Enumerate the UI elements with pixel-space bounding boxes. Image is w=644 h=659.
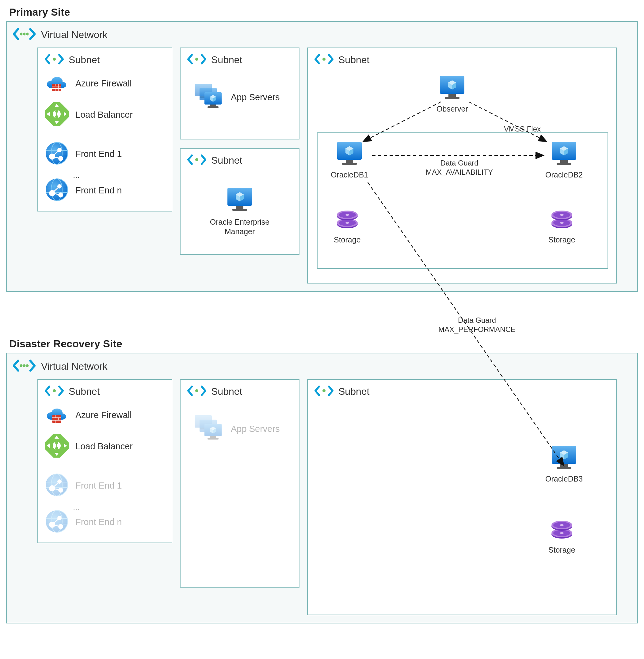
svg-point-1 bbox=[23, 33, 26, 36]
svg-point-41 bbox=[322, 58, 325, 61]
primary-subnet-frontend-box: Subnet Azure Firewall bbox=[38, 47, 172, 211]
load-balancer-icon bbox=[45, 102, 69, 127]
primary-vnet-box: Virtual Network Subnet bbox=[6, 21, 638, 292]
svg-point-61 bbox=[345, 214, 349, 216]
svg-rect-36 bbox=[208, 106, 218, 108]
app-servers-label: App Servers bbox=[231, 92, 280, 103]
primary-subnet-db-box: Subnet VMSS Flex bbox=[307, 47, 617, 283]
subnet-icon bbox=[187, 153, 206, 168]
firewall-label: Azure Firewall bbox=[75, 78, 132, 89]
app-servers-icon bbox=[193, 83, 224, 112]
lb-label: Load Balancer bbox=[75, 110, 133, 120]
oracledb3-node: OracleDB3 bbox=[545, 444, 583, 484]
front-end-icon-faded bbox=[45, 473, 69, 498]
storage-label: Storage bbox=[548, 545, 575, 555]
subnet-label: Subnet bbox=[338, 54, 369, 66]
frontend1-label-faded: Front End 1 bbox=[75, 481, 122, 491]
subnet-label: Subnet bbox=[69, 54, 100, 66]
dr-subnet-app-box: Subnet bbox=[180, 379, 299, 588]
subnet-label: Subnet bbox=[211, 155, 242, 166]
svg-rect-52 bbox=[560, 160, 568, 163]
subnet-label: Subnet bbox=[69, 386, 100, 397]
oracledb1-node: OracleDB1 bbox=[331, 140, 368, 180]
app-servers-label-faded: App Servers bbox=[231, 424, 280, 434]
svg-point-117 bbox=[560, 524, 564, 526]
svg-point-29 bbox=[195, 58, 198, 61]
svg-point-37 bbox=[195, 158, 198, 161]
primary-subnet-app-box: Subnet bbox=[180, 47, 299, 139]
app-servers-icon-faded bbox=[193, 414, 224, 444]
subnet-label: Subnet bbox=[211, 54, 242, 66]
svg-point-98 bbox=[195, 389, 198, 392]
svg-point-0 bbox=[20, 33, 23, 36]
oracledb2-label: OracleDB2 bbox=[545, 170, 583, 180]
svg-point-72 bbox=[23, 364, 26, 367]
oracledb2-node: OracleDB2 bbox=[545, 140, 583, 180]
svg-rect-4 bbox=[52, 84, 61, 91]
load-balancer-icon bbox=[45, 434, 69, 459]
primary-site-title: Primary Site bbox=[6, 6, 638, 18]
dr-subnet-frontend-box: Subnet Azure Firewall bbox=[38, 379, 172, 543]
dr-subnet-db-box: Subnet OracleDB3 bbox=[307, 379, 617, 615]
svg-point-73 bbox=[26, 364, 29, 367]
svg-rect-53 bbox=[557, 163, 571, 165]
subnet-icon bbox=[187, 384, 206, 399]
svg-point-2 bbox=[26, 33, 29, 36]
frontend1-label: Front End 1 bbox=[75, 149, 122, 159]
storage-label: Storage bbox=[334, 235, 361, 245]
svg-rect-47 bbox=[445, 97, 459, 99]
svg-point-65 bbox=[560, 222, 564, 224]
svg-point-3 bbox=[53, 58, 56, 61]
subnet-icon bbox=[45, 384, 64, 399]
storage-label: Storage bbox=[548, 235, 575, 245]
frontendn-label-faded: Front End n bbox=[75, 517, 122, 527]
subnet-icon bbox=[45, 52, 64, 67]
dr-vnet-label: Virtual Network bbox=[41, 361, 107, 372]
dr-vnet-box: Virtual Network Subnet bbox=[6, 353, 638, 623]
frontendn-label: Front End n bbox=[75, 185, 122, 196]
front-end-icon bbox=[45, 141, 69, 166]
storage2-node: Storage bbox=[548, 207, 575, 245]
observer-node: Observer bbox=[436, 74, 468, 114]
data-guard-performance-label: Data Guard MAX_PERFORMANCE bbox=[438, 316, 515, 334]
svg-rect-39 bbox=[236, 206, 244, 209]
svg-point-71 bbox=[20, 364, 23, 367]
svg-rect-46 bbox=[448, 94, 456, 97]
observer-label: Observer bbox=[436, 104, 468, 114]
azure-firewall-icon bbox=[45, 73, 69, 93]
front-end-icon bbox=[45, 178, 69, 203]
svg-point-106 bbox=[322, 389, 325, 392]
subnet-icon bbox=[315, 52, 334, 67]
svg-rect-104 bbox=[210, 436, 216, 438]
data-guard-availability-label: Data Guard MAX_AVAILABILITY bbox=[426, 158, 493, 177]
subnet-label: Subnet bbox=[211, 386, 242, 397]
svg-rect-109 bbox=[557, 467, 571, 469]
vm-icon bbox=[224, 186, 255, 215]
oracledb3-label: OracleDB3 bbox=[545, 474, 583, 484]
oem-label: Oracle Enterprise Manager bbox=[206, 217, 273, 236]
azure-firewall-icon bbox=[45, 405, 69, 425]
svg-point-57 bbox=[345, 222, 349, 224]
front-end-icon-faded bbox=[45, 509, 69, 535]
subnet-label: Subnet bbox=[338, 386, 369, 397]
svg-point-74 bbox=[53, 389, 56, 392]
primary-vnet-label: Virtual Network bbox=[41, 29, 107, 41]
dr-site-title: Disaster Recovery Site bbox=[6, 338, 638, 350]
svg-rect-35 bbox=[210, 105, 216, 106]
subnet-icon bbox=[315, 384, 334, 399]
firewall-label: Azure Firewall bbox=[75, 410, 132, 420]
svg-rect-108 bbox=[560, 464, 568, 467]
storage1-node: Storage bbox=[334, 207, 361, 245]
lb-label: Load Balancer bbox=[75, 441, 133, 452]
svg-rect-105 bbox=[208, 438, 218, 439]
oracledb1-label: OracleDB1 bbox=[331, 170, 368, 180]
subnet-icon bbox=[187, 52, 206, 67]
svg-rect-49 bbox=[346, 160, 353, 163]
svg-point-113 bbox=[560, 532, 564, 534]
svg-point-69 bbox=[560, 214, 564, 216]
vmss-label: VMSS Flex bbox=[504, 125, 541, 133]
svg-rect-40 bbox=[232, 209, 247, 211]
vnet-icon bbox=[13, 358, 36, 374]
svg-rect-75 bbox=[52, 415, 61, 423]
storage3-node: Storage bbox=[548, 518, 575, 555]
